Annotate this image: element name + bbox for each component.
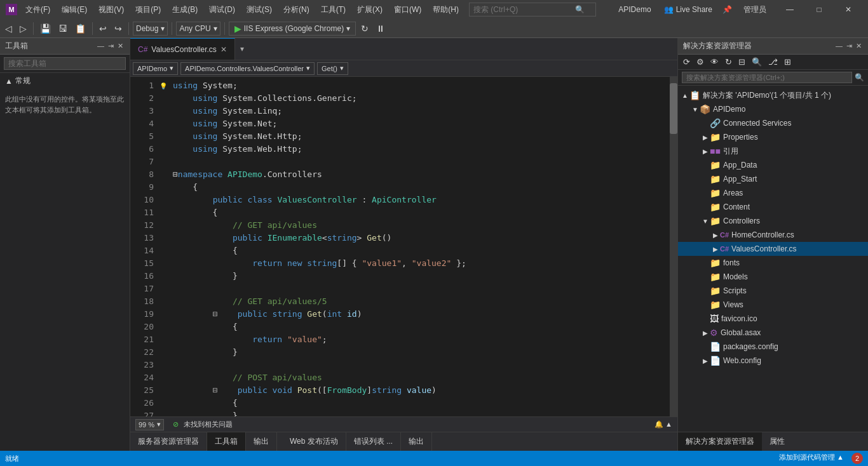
- scrollbar-thumb[interactable]: [670, 83, 677, 134]
- code-line-23: [173, 359, 665, 371]
- minimize-button[interactable]: —: [775, 0, 804, 19]
- nav-file-dropdown[interactable]: APIDemo ▾: [133, 62, 178, 75]
- sol-refresh-icon[interactable]: ↻: [722, 56, 735, 68]
- tree-item-connected-services[interactable]: 🔗 Connected Services: [678, 116, 868, 130]
- admin-button[interactable]: 管理员: [738, 3, 771, 17]
- menu-debug[interactable]: 调试(D): [204, 3, 240, 17]
- tree-item-homecontroller[interactable]: ▶ C# HomeController.cs: [678, 228, 868, 242]
- tree-item-globalasax[interactable]: ▶ ⚙ Global.asax: [678, 326, 868, 340]
- new-item-icon[interactable]: 📋: [72, 22, 88, 35]
- tab-server-explorer[interactable]: 服务器资源管理器: [130, 432, 207, 451]
- code-line-25: ⊟ public void Post([FromBody]string valu…: [173, 384, 665, 397]
- tree-item-fonts[interactable]: 📁 fonts: [678, 256, 868, 270]
- live-share-button[interactable]: 👥 Live Share: [660, 4, 716, 15]
- undo-icon[interactable]: ↩: [97, 22, 109, 35]
- sol-show-all-icon[interactable]: 👁: [708, 56, 721, 68]
- sol-filter-icon[interactable]: ⊞: [782, 56, 794, 68]
- tree-item-appdata[interactable]: 📁 App_Data: [678, 158, 868, 172]
- editor-tab-valuescontroller[interactable]: C# ValuesController.cs ✕: [130, 38, 235, 60]
- nav-forward-icon[interactable]: ▷: [17, 22, 29, 35]
- global-search-input[interactable]: [473, 5, 575, 14]
- tab-close-icon[interactable]: ✕: [220, 45, 227, 54]
- tree-item-valuescontroller[interactable]: ▶ C# ValuesController.cs: [678, 242, 868, 256]
- menu-project[interactable]: 项目(P): [130, 3, 166, 17]
- menu-extensions[interactable]: 扩展(X): [352, 3, 388, 17]
- nav-bar: APIDemo ▾ APIDemo.Controllers.ValuesCont…: [130, 60, 677, 77]
- code-editor[interactable]: 12345 678910 1112131415 1617181920 21222…: [130, 77, 677, 416]
- debug-config-dropdown[interactable]: Debug ▾: [133, 22, 168, 36]
- sol-close-icon[interactable]: ✕: [855, 42, 863, 50]
- sol-git-icon[interactable]: ⎇: [766, 56, 780, 68]
- right-tab-properties[interactable]: 属性: [762, 432, 792, 451]
- refresh-icon[interactable]: ↻: [358, 22, 371, 35]
- add-to-source-control[interactable]: 添加到源代码管理 ▲: [779, 453, 844, 464]
- nav-class-dropdown[interactable]: APIDemo.Controllers.ValuesController ▾: [180, 62, 315, 75]
- sol-collapse-icon[interactable]: ⊟: [736, 56, 748, 68]
- toolbox-section-header[interactable]: ▲ 常规: [5, 76, 125, 86]
- zoom-dropdown[interactable]: 99 % ▾: [135, 419, 164, 430]
- toolbox-arrow-icon[interactable]: ⇥: [107, 42, 115, 50]
- tree-item-content[interactable]: 📁 Content: [678, 200, 868, 214]
- toolbox-pin-icon[interactable]: —: [96, 42, 105, 50]
- tab-web-publish[interactable]: Web 发布活动: [282, 432, 346, 451]
- code-line-3: using System.Linq;: [173, 105, 665, 117]
- code-line-24: // POST api/values: [173, 371, 665, 384]
- close-button[interactable]: ✕: [834, 0, 863, 19]
- save-all-icon[interactable]: 🖫: [56, 22, 70, 35]
- tree-item-models[interactable]: 📁 Models: [678, 270, 868, 284]
- tree-item-areas[interactable]: 📁 Areas: [678, 186, 868, 200]
- sol-pin-icon[interactable]: —: [834, 42, 844, 50]
- menu-help[interactable]: 帮助(H): [428, 3, 464, 17]
- tree-item-scripts[interactable]: 📁 Scripts: [678, 284, 868, 298]
- tree-item-views[interactable]: 📁 Views: [678, 298, 868, 312]
- tab-toolbox[interactable]: 工具箱: [207, 432, 246, 451]
- tab-output[interactable]: 输出: [246, 432, 277, 451]
- menu-build[interactable]: 生成(B): [167, 3, 203, 17]
- toolbox-search-input[interactable]: [4, 57, 126, 70]
- menu-edit[interactable]: 编辑(E): [57, 3, 92, 17]
- tree-item-packages[interactable]: 📄 packages.config: [678, 340, 868, 354]
- tab-list-button[interactable]: ▾: [238, 42, 247, 56]
- editor-scrollbar[interactable]: [670, 77, 677, 416]
- pin-icon[interactable]: 📌: [720, 4, 735, 15]
- tree-item-webconfig[interactable]: ▶ 📄 Web.config: [678, 354, 868, 368]
- tree-item-ref[interactable]: ▶ ■■ 引用: [678, 144, 868, 158]
- tree-item-properties[interactable]: ▶ 📁 Properties: [678, 130, 868, 144]
- maximize-button[interactable]: □: [804, 0, 834, 19]
- toolbox-close-icon[interactable]: ✕: [116, 42, 125, 50]
- nav-file-arrow: ▾: [170, 64, 173, 72]
- run-button[interactable]: ▶ IIS Express (Google Chrome) ▾: [229, 22, 356, 36]
- nav-method-dropdown[interactable]: Get() ▾: [317, 62, 348, 75]
- menu-view[interactable]: 视图(V): [93, 3, 129, 17]
- tree-item-controllers[interactable]: ▼ 📁 Controllers: [678, 214, 868, 228]
- menu-tools[interactable]: 工具(T): [316, 3, 351, 17]
- sol-search-icon[interactable]: 🔍: [749, 56, 764, 68]
- right-tab-solution-explorer[interactable]: 解决方案资源管理器: [678, 432, 762, 451]
- tree-item-project[interactable]: ▼ 📦 APIDemo: [678, 102, 868, 116]
- editor-status-row: 99 % ▾ ⊘ 未找到相关问题 🔔 ▲: [130, 416, 677, 432]
- tree-item-appstart[interactable]: 📁 App_Start: [678, 172, 868, 186]
- save-icon[interactable]: 💾: [37, 22, 53, 35]
- cpu-config-dropdown[interactable]: Any CPU ▾: [176, 22, 220, 36]
- tab-output2[interactable]: 输出: [401, 432, 432, 451]
- menu-analyze[interactable]: 分析(N): [278, 3, 315, 17]
- scripts-label: Scripts: [723, 286, 747, 295]
- connected-services-label: Connected Services: [723, 119, 791, 128]
- global-search[interactable]: 🔍: [469, 3, 596, 17]
- sol-properties-icon[interactable]: ⚙: [694, 56, 707, 68]
- breakpoints-icon[interactable]: ⏸: [374, 22, 388, 35]
- code-line-12: // GET api/values: [173, 219, 665, 232]
- code-content[interactable]: using System; using System.Collections.G…: [168, 77, 670, 416]
- menu-test[interactable]: 测试(S): [241, 3, 277, 17]
- menu-window[interactable]: 窗口(W): [389, 3, 426, 17]
- redo-icon[interactable]: ↪: [112, 22, 125, 35]
- webconfig-icon: 📄: [710, 356, 721, 366]
- tab-errors[interactable]: 错误列表 ...: [346, 432, 401, 451]
- sol-arrow-icon[interactable]: ⇥: [845, 42, 853, 50]
- menu-file[interactable]: 文件(F): [20, 3, 55, 17]
- tree-item-solution[interactable]: ▲ 📋 解决方案 'APIDemo'(1 个项目/共 1 个): [678, 88, 868, 102]
- tree-item-favicon[interactable]: 🖼 favicon.ico: [678, 312, 868, 326]
- solution-search-input[interactable]: [682, 72, 852, 83]
- nav-back-icon[interactable]: ◁: [3, 22, 15, 35]
- sol-sync-icon[interactable]: ⟳: [681, 56, 693, 68]
